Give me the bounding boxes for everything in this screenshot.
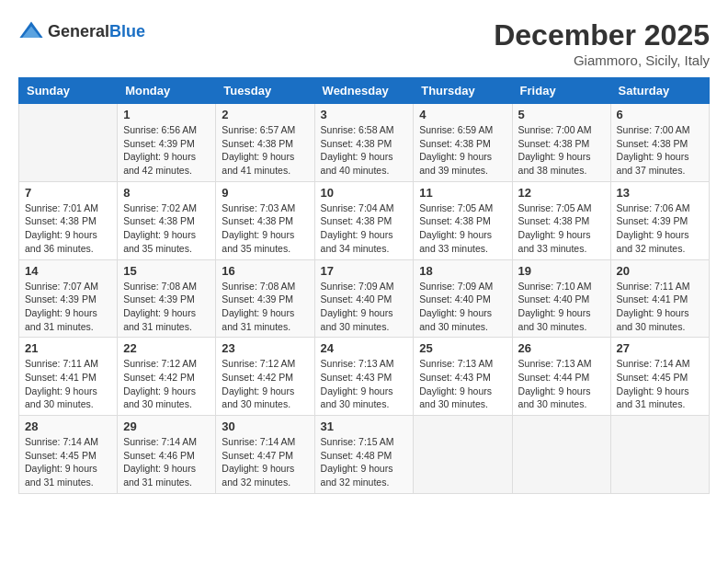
day-info: Sunrise: 7:01 AMSunset: 4:38 PMDaylight:…	[25, 201, 111, 256]
calendar-cell: 29Sunrise: 7:14 AMSunset: 4:46 PMDayligh…	[118, 416, 216, 494]
day-info: Sunrise: 7:04 AMSunset: 4:38 PMDaylight:…	[321, 201, 408, 256]
day-info: Sunrise: 7:08 AMSunset: 4:39 PMDaylight:…	[222, 280, 308, 334]
calendar-cell: 4Sunrise: 6:59 AMSunset: 4:38 PMDaylight…	[414, 104, 512, 182]
day-number: 16	[222, 264, 308, 278]
day-number: 29	[123, 419, 210, 433]
day-info: Sunrise: 7:13 AMSunset: 4:43 PMDaylight:…	[321, 357, 408, 411]
day-number: 8	[123, 186, 210, 200]
calendar-week-row: 14Sunrise: 7:07 AMSunset: 4:39 PMDayligh…	[19, 259, 710, 338]
day-number: 12	[518, 186, 605, 200]
day-info: Sunrise: 7:14 AMSunset: 4:45 PMDaylight:…	[617, 357, 703, 411]
day-number: 6	[617, 108, 703, 121]
calendar-cell: 5Sunrise: 7:00 AMSunset: 4:38 PMDaylight…	[512, 104, 610, 182]
calendar-week-row: 28Sunrise: 7:14 AMSunset: 4:45 PMDayligh…	[19, 416, 710, 494]
day-info: Sunrise: 7:11 AMSunset: 4:41 PMDaylight:…	[25, 357, 111, 411]
calendar-cell: 28Sunrise: 7:14 AMSunset: 4:45 PMDayligh…	[19, 416, 118, 494]
day-info: Sunrise: 6:57 AMSunset: 4:38 PMDaylight:…	[222, 123, 308, 178]
day-number: 1	[123, 108, 210, 121]
day-number: 23	[222, 341, 308, 355]
calendar-cell: 15Sunrise: 7:08 AMSunset: 4:39 PMDayligh…	[118, 259, 216, 338]
day-info: Sunrise: 6:58 AMSunset: 4:38 PMDaylight:…	[321, 123, 408, 178]
calendar-cell: 6Sunrise: 7:00 AMSunset: 4:38 PMDaylight…	[610, 104, 709, 182]
calendar-cell: 10Sunrise: 7:04 AMSunset: 4:38 PMDayligh…	[314, 181, 414, 259]
logo: GeneralBlue	[18, 18, 145, 44]
day-info: Sunrise: 7:00 AMSunset: 4:38 PMDaylight:…	[518, 123, 605, 178]
calendar-cell: 9Sunrise: 7:03 AMSunset: 4:38 PMDaylight…	[216, 181, 314, 259]
calendar-cell: 16Sunrise: 7:08 AMSunset: 4:39 PMDayligh…	[216, 259, 314, 338]
day-info: Sunrise: 6:56 AMSunset: 4:39 PMDaylight:…	[123, 123, 210, 178]
day-info: Sunrise: 7:05 AMSunset: 4:38 PMDaylight:…	[419, 201, 506, 256]
weekday-header: Sunday	[19, 78, 118, 104]
calendar-cell: 27Sunrise: 7:14 AMSunset: 4:45 PMDayligh…	[610, 338, 709, 416]
day-number: 26	[518, 341, 605, 355]
calendar-cell: 24Sunrise: 7:13 AMSunset: 4:43 PMDayligh…	[314, 338, 414, 416]
weekday-header: Friday	[512, 78, 610, 104]
day-number: 21	[25, 341, 111, 355]
calendar-cell: 30Sunrise: 7:14 AMSunset: 4:47 PMDayligh…	[216, 416, 314, 494]
calendar-cell: 26Sunrise: 7:13 AMSunset: 4:44 PMDayligh…	[512, 338, 610, 416]
calendar-cell: 22Sunrise: 7:12 AMSunset: 4:42 PMDayligh…	[118, 338, 216, 416]
location: Giammoro, Sicily, Italy	[494, 52, 710, 68]
day-info: Sunrise: 7:11 AMSunset: 4:41 PMDaylight:…	[617, 280, 703, 334]
calendar-cell: 2Sunrise: 6:57 AMSunset: 4:38 PMDaylight…	[216, 104, 314, 182]
calendar-cell: 19Sunrise: 7:10 AMSunset: 4:40 PMDayligh…	[512, 259, 610, 338]
weekday-header: Thursday	[414, 78, 512, 104]
weekday-header: Monday	[118, 78, 216, 104]
month-title: December 2025	[494, 18, 710, 52]
day-number: 11	[419, 186, 506, 200]
day-number: 9	[222, 186, 308, 200]
calendar-cell: 20Sunrise: 7:11 AMSunset: 4:41 PMDayligh…	[610, 259, 709, 338]
calendar-cell: 13Sunrise: 7:06 AMSunset: 4:39 PMDayligh…	[610, 181, 709, 259]
day-number: 7	[25, 186, 111, 200]
day-number: 31	[321, 419, 408, 433]
day-number: 30	[222, 419, 308, 433]
day-info: Sunrise: 7:00 AMSunset: 4:38 PMDaylight:…	[617, 123, 703, 178]
day-number: 27	[617, 341, 703, 355]
calendar-cell: 17Sunrise: 7:09 AMSunset: 4:40 PMDayligh…	[314, 259, 414, 338]
day-info: Sunrise: 7:03 AMSunset: 4:38 PMDaylight:…	[222, 201, 308, 256]
calendar-week-row: 1Sunrise: 6:56 AMSunset: 4:39 PMDaylight…	[19, 104, 710, 182]
logo-blue: Blue	[109, 22, 145, 40]
calendar-cell	[610, 416, 709, 494]
calendar-week-row: 7Sunrise: 7:01 AMSunset: 4:38 PMDaylight…	[19, 181, 710, 259]
calendar-cell: 3Sunrise: 6:58 AMSunset: 4:38 PMDaylight…	[314, 104, 414, 182]
day-number: 15	[123, 264, 210, 278]
day-number: 5	[518, 108, 605, 121]
day-info: Sunrise: 7:09 AMSunset: 4:40 PMDaylight:…	[419, 280, 506, 334]
day-info: Sunrise: 7:12 AMSunset: 4:42 PMDaylight:…	[123, 357, 210, 411]
logo-icon	[18, 18, 44, 44]
day-number: 4	[419, 108, 506, 121]
day-number: 13	[617, 186, 703, 200]
page-header: GeneralBlue December 2025 Giammoro, Sici…	[18, 18, 710, 68]
day-info: Sunrise: 7:05 AMSunset: 4:38 PMDaylight:…	[518, 201, 605, 256]
day-number: 14	[25, 264, 111, 278]
calendar-cell: 18Sunrise: 7:09 AMSunset: 4:40 PMDayligh…	[414, 259, 512, 338]
calendar-week-row: 21Sunrise: 7:11 AMSunset: 4:41 PMDayligh…	[19, 338, 710, 416]
weekday-header: Saturday	[610, 78, 709, 104]
day-info: Sunrise: 7:07 AMSunset: 4:39 PMDaylight:…	[25, 280, 111, 334]
day-number: 28	[25, 419, 111, 433]
calendar-cell: 11Sunrise: 7:05 AMSunset: 4:38 PMDayligh…	[414, 181, 512, 259]
weekday-header: Wednesday	[314, 78, 414, 104]
day-number: 18	[419, 264, 506, 278]
day-number: 20	[617, 264, 703, 278]
calendar-cell	[512, 416, 610, 494]
day-info: Sunrise: 7:12 AMSunset: 4:42 PMDaylight:…	[222, 357, 308, 411]
day-info: Sunrise: 7:14 AMSunset: 4:46 PMDaylight:…	[123, 435, 210, 489]
calendar-cell: 7Sunrise: 7:01 AMSunset: 4:38 PMDaylight…	[19, 181, 118, 259]
calendar-cell: 25Sunrise: 7:13 AMSunset: 4:43 PMDayligh…	[414, 338, 512, 416]
day-number: 17	[321, 264, 408, 278]
calendar-table: SundayMondayTuesdayWednesdayThursdayFrid…	[18, 77, 710, 494]
title-block: December 2025 Giammoro, Sicily, Italy	[494, 18, 710, 68]
day-info: Sunrise: 7:06 AMSunset: 4:39 PMDaylight:…	[617, 201, 703, 256]
day-info: Sunrise: 7:14 AMSunset: 4:45 PMDaylight:…	[25, 435, 111, 489]
day-info: Sunrise: 7:02 AMSunset: 4:38 PMDaylight:…	[123, 201, 210, 256]
calendar-cell: 12Sunrise: 7:05 AMSunset: 4:38 PMDayligh…	[512, 181, 610, 259]
day-number: 10	[321, 186, 408, 200]
weekday-header-row: SundayMondayTuesdayWednesdayThursdayFrid…	[19, 78, 710, 104]
calendar-cell: 23Sunrise: 7:12 AMSunset: 4:42 PMDayligh…	[216, 338, 314, 416]
weekday-header: Tuesday	[216, 78, 314, 104]
day-info: Sunrise: 7:09 AMSunset: 4:40 PMDaylight:…	[321, 280, 408, 334]
day-info: Sunrise: 7:14 AMSunset: 4:47 PMDaylight:…	[222, 435, 308, 489]
calendar-cell: 31Sunrise: 7:15 AMSunset: 4:48 PMDayligh…	[314, 416, 414, 494]
